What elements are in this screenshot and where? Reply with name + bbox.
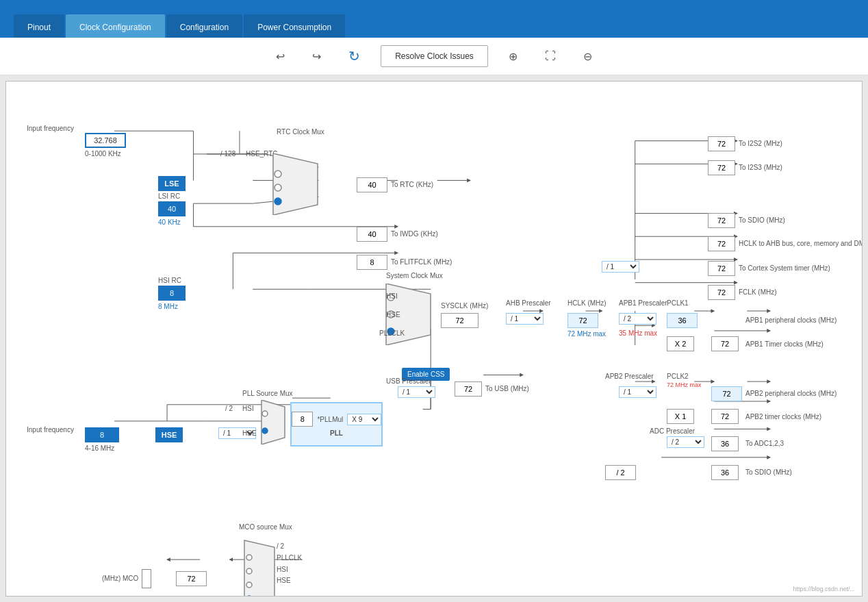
zoom-out-button[interactable]: ⊖ xyxy=(576,46,599,67)
tab-3[interactable]: Configuration xyxy=(166,14,242,38)
adc-value: 36 xyxy=(711,436,739,451)
lse-box: LSE xyxy=(158,176,186,191)
apb1-prescaler-label: APB1 Prescaler xyxy=(619,299,667,307)
to-iwdg-label: To IWDG (KHz) xyxy=(391,230,438,238)
svg-point-63 xyxy=(246,568,252,574)
hsi-pll-label: HSI xyxy=(242,405,254,412)
hse-box: HSE xyxy=(155,427,183,442)
pclk1-label: PCLK1 xyxy=(667,299,689,307)
svg-point-60 xyxy=(262,428,268,434)
input-freq-bottom-range: 4-16 MHz xyxy=(85,444,114,452)
apb2-timer-label: APB2 timer clocks (MHz) xyxy=(745,413,821,421)
svg-point-52 xyxy=(275,184,281,191)
input-freq-top-input[interactable]: 32.768 xyxy=(85,133,126,148)
usb-prescaler-label: USB Prescaler xyxy=(386,377,431,385)
apb2-timer-value: 72 xyxy=(711,409,739,424)
tab-clock[interactable]: Clock Configuration xyxy=(66,14,165,38)
to-flit-value: 8 xyxy=(357,255,387,270)
mco-mux-label: MCO source Mux xyxy=(239,523,292,531)
hsi-sys-label: HSI xyxy=(386,292,398,300)
usb-value: 72 xyxy=(455,381,482,397)
sdio-value: 36 xyxy=(711,465,739,480)
apb1-max: 35 MHz max xyxy=(619,329,657,337)
mco-hse-label: HSE xyxy=(277,577,291,584)
hsi-div2-label: / 2 xyxy=(225,405,233,412)
to-i2s2-value: 72 xyxy=(708,136,735,151)
pll-mul-select[interactable]: X 9 X 2 X 3 X 4 X 6 xyxy=(347,414,381,425)
hclk-label: HCLK (MHz) xyxy=(567,299,607,307)
pll-mul-label: *PLLMul xyxy=(317,416,343,423)
mco-label: (MHz) MCO xyxy=(102,575,138,582)
usb-label: To USB (MHz) xyxy=(485,385,529,392)
rtc-mux-label: RTC Clock Mux xyxy=(277,128,324,136)
pclk2-max: 72 MHz max xyxy=(667,381,702,388)
hsi-mhz-label: 8 MHz xyxy=(158,303,178,310)
to-iwdg-value: 40 xyxy=(357,227,387,242)
hclk-bus-value: 72 xyxy=(708,236,735,251)
x1-box: X 1 xyxy=(667,409,694,424)
to-sdio-top-label: To SDIO (MHz) xyxy=(739,216,785,224)
undo-button[interactable]: ↩ xyxy=(269,46,292,67)
svg-point-53 xyxy=(275,198,281,205)
fclk-label: FCLK (MHz) xyxy=(739,288,777,296)
x2-box: X 2 xyxy=(667,336,694,351)
adc-prescaler-select[interactable]: / 2 / 4 / 6 xyxy=(667,436,704,448)
apb2-periph-label: APB2 peripheral clocks (MHz) xyxy=(745,390,837,397)
apb1-prescaler-select[interactable]: / 2 / 1 / 4 xyxy=(619,313,656,325)
tab-1[interactable]: Pinout xyxy=(14,14,64,38)
mco-value-box: 72 xyxy=(176,571,207,586)
svg-point-64 xyxy=(246,582,252,588)
sys-clk-mux-label: System Clock Mux xyxy=(386,272,443,279)
mco-hsi-label: HSI xyxy=(277,566,288,573)
lsi-rc-label: LSI RC xyxy=(158,192,180,200)
apb2-prescaler-label: APB2 Prescaler xyxy=(605,373,654,380)
mco-connector xyxy=(142,569,151,588)
pclk1-value: 36 xyxy=(667,313,698,328)
ahb-prescaler-select[interactable]: / 1 / 2 xyxy=(506,313,544,325)
pll-source-mux-label: PLL Source Mux xyxy=(242,390,293,397)
cortex-value: 72 xyxy=(708,261,735,276)
hclk-bus-label: HCLK to AHB bus, core, memory and DMA (M… xyxy=(739,240,807,247)
apb2-prescaler-select[interactable]: / 1 / 2 xyxy=(619,386,656,398)
pll-source-mux-shape xyxy=(259,400,287,444)
to-i2s3-value: 72 xyxy=(708,160,735,175)
usb-prescaler-select[interactable]: / 1 / 1.5 xyxy=(398,386,435,398)
sdio-div-box: / 2 xyxy=(605,465,636,480)
mco-mux-shape xyxy=(242,537,277,597)
hsi-value-box: 8 xyxy=(158,286,186,301)
tab-4[interactable]: Power Consumption xyxy=(244,14,345,38)
top-bar: Pinout Clock Configuration Configuration… xyxy=(0,0,868,38)
fullscreen-button[interactable]: ⛶ xyxy=(538,46,563,66)
redo-button[interactable]: ↪ xyxy=(305,46,328,67)
zoom-in-button[interactable]: ⊕ xyxy=(502,46,524,67)
to-flit-label: To FLITFCLK (MHz) xyxy=(391,258,452,266)
mco-pllclk-label: / 2 xyxy=(277,542,284,550)
sysclk-label: SYSCLK (MHz) xyxy=(441,302,488,310)
apb1-periph-label: APB1 peripheral clocks (MHz) xyxy=(745,316,837,324)
apb1-timer-label: APB1 Timer clocks (MHz) xyxy=(745,340,824,348)
sysclk-value: 72 xyxy=(441,313,478,328)
to-i2s2-label: To I2S2 (MHz) xyxy=(739,140,782,147)
hse-pll-label: HSE xyxy=(242,429,257,437)
svg-point-51 xyxy=(275,171,281,177)
svg-marker-58 xyxy=(261,400,285,444)
input-freq-bottom-input[interactable]: 8 xyxy=(85,427,119,442)
apb1-timer-value: 72 xyxy=(711,336,739,351)
to-i2s3-label: To I2S3 (MHz) xyxy=(739,164,782,171)
fclk-value: 72 xyxy=(708,285,735,300)
hclk-value: 72 xyxy=(567,313,598,328)
pclk2-label: PCLK2 xyxy=(667,373,689,380)
sdio-label: To SDIO (MHz) xyxy=(745,468,792,476)
refresh-button[interactable]: ↻ xyxy=(342,44,367,68)
mco-pllclk-div2: PLLCLK xyxy=(277,554,302,562)
svg-point-65 xyxy=(246,596,252,597)
rtc-mux xyxy=(270,153,321,215)
hsi-rc-label: HSI RC xyxy=(158,277,181,284)
pllclk-sys-label: PLLCLK xyxy=(379,329,405,337)
adc-label: To ADC1,2,3 xyxy=(745,440,784,447)
cortex-div-select[interactable]: / 1 / 8 xyxy=(602,261,639,273)
cortex-label: To Cortex System timer (MHz) xyxy=(739,264,830,272)
adc-prescaler-label: ADC Prescaler xyxy=(650,427,695,435)
resolve-clock-button[interactable]: Resolve Clock Issues xyxy=(381,45,488,67)
hse-div128-label: / 128 xyxy=(220,150,235,158)
